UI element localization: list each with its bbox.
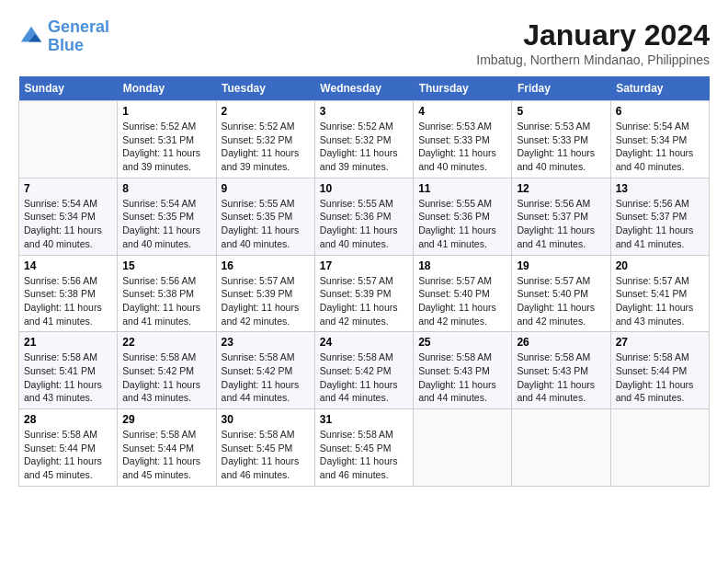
calendar-cell: 12Sunrise: 5:56 AM Sunset: 5:37 PM Dayli… [512,178,610,255]
day-number: 23 [222,336,310,349]
weekday-header-saturday: Saturday [610,76,709,101]
calendar-cell [19,101,118,178]
page-header: General Blue January 2024 Imbatug, North… [18,18,710,67]
day-number: 4 [418,105,506,118]
calendar-cell: 7Sunrise: 5:54 AM Sunset: 5:34 PM Daylig… [19,178,118,255]
weekday-header-friday: Friday [512,76,610,101]
calendar-cell: 21Sunrise: 5:58 AM Sunset: 5:41 PM Dayli… [19,332,118,409]
calendar-week-row: 21Sunrise: 5:58 AM Sunset: 5:41 PM Dayli… [19,332,710,409]
day-info: Sunrise: 5:57 AM Sunset: 5:40 PM Dayligh… [418,274,506,328]
calendar-cell: 11Sunrise: 5:55 AM Sunset: 5:36 PM Dayli… [414,178,512,255]
day-number: 9 [222,182,310,195]
day-number: 27 [616,336,704,349]
calendar-week-row: 28Sunrise: 5:58 AM Sunset: 5:44 PM Dayli… [19,409,710,487]
day-info: Sunrise: 5:54 AM Sunset: 5:35 PM Dayligh… [122,197,210,251]
day-info: Sunrise: 5:52 AM Sunset: 5:31 PM Dayligh… [122,120,210,174]
day-number: 30 [222,413,310,426]
calendar-cell: 28Sunrise: 5:58 AM Sunset: 5:44 PM Dayli… [19,409,118,487]
day-number: 29 [122,413,210,426]
calendar-cell: 29Sunrise: 5:58 AM Sunset: 5:44 PM Dayli… [118,409,216,487]
day-info: Sunrise: 5:58 AM Sunset: 5:44 PM Dayligh… [616,350,704,405]
calendar-cell: 24Sunrise: 5:58 AM Sunset: 5:42 PM Dayli… [314,332,413,409]
calendar-cell: 19Sunrise: 5:57 AM Sunset: 5:40 PM Dayli… [512,255,610,332]
weekday-header-tuesday: Tuesday [216,76,314,101]
day-number: 6 [616,105,704,118]
calendar-cell: 8Sunrise: 5:54 AM Sunset: 5:35 PM Daylig… [118,178,216,255]
day-number: 18 [418,259,506,272]
day-info: Sunrise: 5:58 AM Sunset: 5:42 PM Dayligh… [320,350,408,405]
day-info: Sunrise: 5:55 AM Sunset: 5:35 PM Dayligh… [222,197,310,251]
calendar-cell: 27Sunrise: 5:58 AM Sunset: 5:44 PM Dayli… [610,332,709,409]
day-number: 14 [24,259,112,272]
calendar-table: SundayMondayTuesdayWednesdayThursdayFrid… [18,76,710,487]
day-info: Sunrise: 5:58 AM Sunset: 5:41 PM Dayligh… [24,350,112,405]
day-info: Sunrise: 5:56 AM Sunset: 5:37 PM Dayligh… [517,197,605,251]
calendar-cell: 14Sunrise: 5:56 AM Sunset: 5:38 PM Dayli… [19,255,118,332]
day-info: Sunrise: 5:58 AM Sunset: 5:44 PM Dayligh… [24,428,112,482]
calendar-cell: 2Sunrise: 5:52 AM Sunset: 5:32 PM Daylig… [216,101,314,178]
weekday-header-wednesday: Wednesday [314,76,413,101]
calendar-cell [610,409,709,487]
calendar-cell: 20Sunrise: 5:57 AM Sunset: 5:41 PM Dayli… [610,255,709,332]
calendar-cell: 6Sunrise: 5:54 AM Sunset: 5:34 PM Daylig… [610,101,709,178]
calendar-cell: 26Sunrise: 5:58 AM Sunset: 5:43 PM Dayli… [512,332,610,409]
weekday-header-sunday: Sunday [19,76,118,101]
day-number: 5 [517,105,605,118]
day-number: 13 [616,182,704,195]
day-info: Sunrise: 5:58 AM Sunset: 5:42 PM Dayligh… [122,350,210,405]
day-info: Sunrise: 5:55 AM Sunset: 5:36 PM Dayligh… [418,197,506,251]
day-number: 7 [24,182,112,195]
day-number: 24 [320,336,408,349]
day-number: 10 [320,182,408,195]
title-block: January 2024 Imbatug, Northern Mindanao,… [476,18,710,67]
day-info: Sunrise: 5:58 AM Sunset: 5:42 PM Dayligh… [222,350,310,405]
calendar-cell: 18Sunrise: 5:57 AM Sunset: 5:40 PM Dayli… [414,255,512,332]
day-number: 26 [517,336,605,349]
day-number: 25 [418,336,506,349]
logo-blue: Blue [48,36,84,54]
day-info: Sunrise: 5:58 AM Sunset: 5:43 PM Dayligh… [418,350,506,405]
calendar-cell: 9Sunrise: 5:55 AM Sunset: 5:35 PM Daylig… [216,178,314,255]
calendar-cell: 25Sunrise: 5:58 AM Sunset: 5:43 PM Dayli… [414,332,512,409]
day-info: Sunrise: 5:56 AM Sunset: 5:38 PM Dayligh… [24,274,112,328]
calendar-cell: 23Sunrise: 5:58 AM Sunset: 5:42 PM Dayli… [216,332,314,409]
day-number: 2 [222,105,310,118]
day-info: Sunrise: 5:54 AM Sunset: 5:34 PM Dayligh… [616,120,704,174]
day-number: 11 [418,182,506,195]
day-info: Sunrise: 5:56 AM Sunset: 5:38 PM Dayligh… [122,274,210,328]
day-info: Sunrise: 5:57 AM Sunset: 5:41 PM Dayligh… [616,274,704,328]
location-title: Imbatug, Northern Mindanao, Philippines [476,52,710,67]
weekday-header-thursday: Thursday [414,76,512,101]
day-info: Sunrise: 5:54 AM Sunset: 5:34 PM Dayligh… [24,197,112,251]
calendar-week-row: 14Sunrise: 5:56 AM Sunset: 5:38 PM Dayli… [19,255,710,332]
calendar-cell: 30Sunrise: 5:58 AM Sunset: 5:45 PM Dayli… [216,409,314,487]
day-info: Sunrise: 5:55 AM Sunset: 5:36 PM Dayligh… [320,197,408,251]
day-number: 17 [320,259,408,272]
calendar-cell: 31Sunrise: 5:58 AM Sunset: 5:45 PM Dayli… [314,409,413,487]
calendar-cell: 1Sunrise: 5:52 AM Sunset: 5:31 PM Daylig… [118,101,216,178]
day-info: Sunrise: 5:58 AM Sunset: 5:45 PM Dayligh… [222,428,310,482]
day-number: 22 [122,336,210,349]
logo-text: General Blue [48,18,109,55]
day-number: 28 [24,413,112,426]
day-number: 16 [222,259,310,272]
calendar-cell: 17Sunrise: 5:57 AM Sunset: 5:39 PM Dayli… [314,255,413,332]
day-number: 15 [122,259,210,272]
day-info: Sunrise: 5:52 AM Sunset: 5:32 PM Dayligh… [222,120,310,174]
logo: General Blue [18,18,109,55]
day-number: 21 [24,336,112,349]
logo-general: General [48,17,109,36]
day-info: Sunrise: 5:58 AM Sunset: 5:45 PM Dayligh… [320,428,408,482]
day-number: 12 [517,182,605,195]
day-info: Sunrise: 5:57 AM Sunset: 5:39 PM Dayligh… [222,274,310,328]
calendar-cell: 22Sunrise: 5:58 AM Sunset: 5:42 PM Dayli… [118,332,216,409]
weekday-header-monday: Monday [118,76,216,101]
day-number: 1 [122,105,210,118]
day-info: Sunrise: 5:53 AM Sunset: 5:33 PM Dayligh… [418,120,506,174]
calendar-cell: 3Sunrise: 5:52 AM Sunset: 5:32 PM Daylig… [314,101,413,178]
day-info: Sunrise: 5:53 AM Sunset: 5:33 PM Dayligh… [517,120,605,174]
day-info: Sunrise: 5:56 AM Sunset: 5:37 PM Dayligh… [616,197,704,251]
day-info: Sunrise: 5:58 AM Sunset: 5:44 PM Dayligh… [122,428,210,482]
calendar-cell: 13Sunrise: 5:56 AM Sunset: 5:37 PM Dayli… [610,178,709,255]
calendar-cell: 5Sunrise: 5:53 AM Sunset: 5:33 PM Daylig… [512,101,610,178]
